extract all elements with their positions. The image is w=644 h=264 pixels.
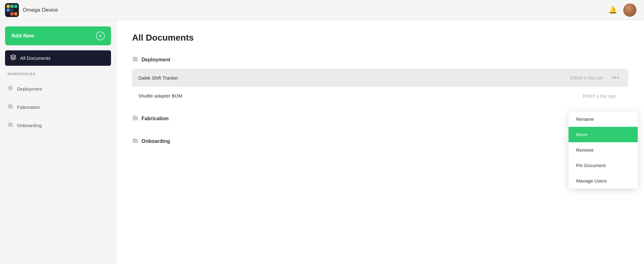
- header-logo-area: Omega Device: [0, 0, 116, 20]
- page-title: All Documents: [132, 33, 628, 43]
- folder-icon-onboarding-content: [132, 138, 138, 145]
- folder-icon-fabrication-content: [132, 115, 138, 122]
- logo-dot-9: [14, 12, 17, 15]
- doc-row-dalek[interactable]: Dalek Shift Tracker Edited a day ago •••: [132, 69, 628, 87]
- header: Omega Device 🔔: [0, 0, 644, 20]
- sidebar-item-all-documents[interactable]: All Documents: [5, 50, 111, 66]
- svg-rect-5: [133, 117, 138, 121]
- logo-dot-4: [7, 8, 10, 12]
- folder-icon-deployment: [8, 85, 13, 92]
- svg-rect-2: [8, 105, 13, 109]
- context-menu-item-move[interactable]: Move: [569, 127, 638, 142]
- section-header-deployment: Deployment: [132, 52, 628, 67]
- folder-icon-fabrication: [8, 104, 13, 110]
- logo-dot-3: [14, 5, 17, 8]
- add-new-plus-icon: +: [96, 31, 105, 40]
- doc-more-button-dalek[interactable]: •••: [610, 74, 622, 82]
- context-menu: Rename Move Remove Pin Document Manage U…: [569, 111, 638, 188]
- three-dots-icon: •••: [612, 75, 619, 81]
- doc-edited-dalek: Edited a day ago: [570, 75, 603, 80]
- svg-rect-3: [8, 123, 13, 127]
- main-layout: Add New + All Documents WORKSPACES: [0, 20, 644, 264]
- layers-icon: [10, 54, 16, 62]
- user-avatar[interactable]: [623, 3, 636, 17]
- logo-dots-grid: [7, 5, 17, 15]
- svg-rect-6: [133, 139, 138, 143]
- section-title-fabrication: Fabrication: [142, 116, 169, 121]
- doc-edited-shuttle: Edited a day ago: [583, 93, 616, 98]
- doc-row-shuttle[interactable]: Shuttle adapter BOM Edited a day ago: [132, 88, 628, 104]
- section-header-fabrication: Fabrication: [132, 111, 628, 126]
- svg-rect-1: [8, 87, 13, 90]
- content-area: All Documents Deployment Dalek Shift Tra…: [116, 20, 644, 264]
- doc-name-shuttle: Shuttle adapter BOM: [138, 93, 583, 98]
- doc-name-dalek: Dalek Shift Tracker: [138, 75, 570, 81]
- logo-dot-2: [10, 5, 14, 8]
- svg-marker-0: [11, 55, 16, 57]
- section-title-deployment: Deployment: [142, 57, 170, 63]
- logo-dot-7: [7, 12, 10, 15]
- sidebar-item-onboarding[interactable]: Onboarding: [5, 119, 111, 132]
- notification-bell-icon[interactable]: 🔔: [608, 6, 617, 14]
- logo-dot-8: [10, 12, 14, 15]
- sidebar: Add New + All Documents WORKSPACES: [0, 20, 116, 264]
- folder-icon-onboarding: [8, 122, 13, 129]
- section-header-onboarding: Onboarding: [132, 134, 628, 149]
- context-menu-item-rename[interactable]: Rename: [569, 111, 638, 127]
- logo-dot-5: [10, 8, 14, 12]
- deployment-label: Deployment: [17, 86, 42, 92]
- context-menu-item-pin-document[interactable]: Pin Document: [569, 158, 638, 173]
- company-name: Omega Device: [23, 7, 58, 13]
- fabrication-label: Fabrication: [17, 104, 40, 110]
- onboarding-label: Onboarding: [17, 123, 42, 128]
- add-new-label: Add New: [11, 33, 34, 39]
- logo-dot-1: [7, 5, 10, 8]
- section-title-onboarding: Onboarding: [142, 138, 170, 144]
- svg-rect-4: [133, 58, 138, 62]
- add-new-button[interactable]: Add New +: [5, 26, 111, 45]
- workspaces-section-label: WORKSPACES: [5, 71, 111, 77]
- logo-dot-6: [14, 8, 17, 12]
- app-logo[interactable]: [5, 3, 19, 17]
- avatar-image: [623, 3, 636, 17]
- sidebar-item-fabrication[interactable]: Fabrication: [5, 100, 111, 114]
- context-menu-item-manage-users[interactable]: Manage Users: [569, 173, 638, 188]
- context-menu-item-remove[interactable]: Remove: [569, 142, 638, 158]
- all-documents-label: All Documents: [20, 55, 51, 61]
- folder-icon-deployment-content: [132, 56, 138, 64]
- sidebar-item-deployment[interactable]: Deployment: [5, 82, 111, 95]
- header-actions: 🔔: [116, 3, 644, 17]
